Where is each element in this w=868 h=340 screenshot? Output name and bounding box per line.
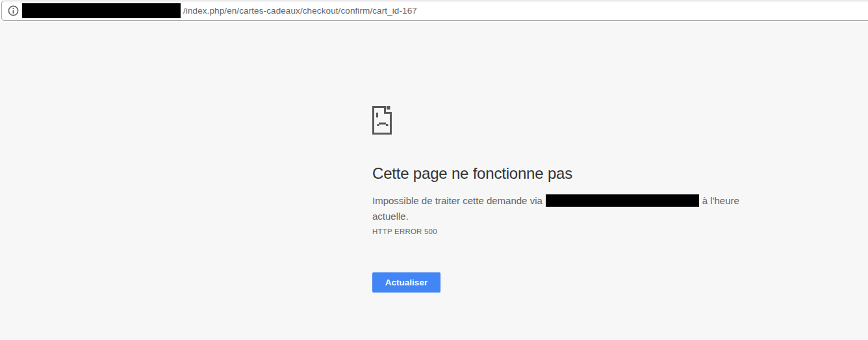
address-bar[interactable]: /index.php/en/cartes-cadeaux/checkout/co… [1, 1, 868, 21]
redacted-domain [22, 3, 181, 18]
error-code: HTTP ERROR 500 [372, 228, 756, 235]
redacted-site-name [546, 194, 699, 207]
browser-chrome: /index.php/en/cartes-cadeaux/checkout/co… [0, 0, 868, 21]
url-path: /index.php/en/cartes-cadeaux/checkout/co… [183, 6, 417, 16]
reload-button[interactable]: Actualiser [372, 272, 440, 293]
error-message: Impossible de traiter cette demande viaà… [372, 193, 756, 224]
error-message-prefix: Impossible de traiter cette demande via [372, 195, 542, 206]
error-title: Cette page ne fonctionne pas [372, 164, 756, 183]
error-page: Cette page ne fonctionne pas Impossible … [372, 106, 756, 293]
sad-page-icon [372, 106, 392, 135]
info-icon[interactable] [8, 5, 19, 16]
